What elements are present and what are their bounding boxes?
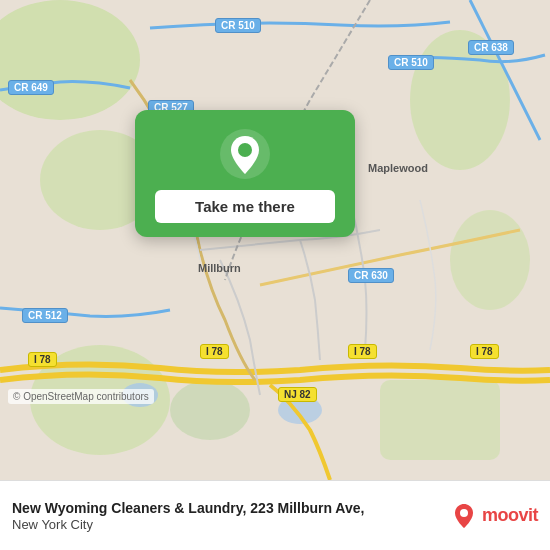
business-name: New Wyoming Cleaners & Laundry, 223 Mill…: [12, 499, 440, 517]
road-badge-cr649: CR 649: [8, 80, 54, 95]
road-badge-i78-3: I 78: [348, 344, 377, 359]
road-badge-cr510-top: CR 510: [215, 18, 261, 33]
business-info: New Wyoming Cleaners & Laundry, 223 Mill…: [12, 499, 440, 532]
svg-rect-5: [380, 380, 500, 460]
svg-point-7: [170, 380, 250, 440]
road-badge-i78-1: I 78: [28, 352, 57, 367]
road-badge-cr510-east: CR 510: [388, 55, 434, 70]
location-pin-icon: [219, 128, 271, 180]
location-card: Take me there: [135, 110, 355, 237]
moovit-text: moovit: [482, 505, 538, 526]
road-badge-cr630: CR 630: [348, 268, 394, 283]
road-badge-i78-2: I 78: [200, 344, 229, 359]
osm-credit: © OpenStreetMap contributors: [8, 389, 154, 404]
road-badge-cr512: CR 512: [22, 308, 68, 323]
road-badge-cr638: CR 638: [468, 40, 514, 55]
bottom-bar: New Wyoming Cleaners & Laundry, 223 Mill…: [0, 480, 550, 550]
map-container: CR 510 CR 510 CR 638 CR 649 CR 527 CR 63…: [0, 0, 550, 480]
svg-point-12: [460, 509, 468, 517]
road-badge-i78-4: I 78: [470, 344, 499, 359]
svg-point-11: [238, 143, 252, 157]
map-roads: [0, 0, 550, 480]
moovit-logo: moovit: [450, 502, 538, 530]
svg-point-4: [450, 210, 530, 310]
road-badge-nj82: NJ 82: [278, 387, 317, 402]
take-me-there-button[interactable]: Take me there: [155, 190, 335, 223]
business-city: New York City: [12, 517, 440, 532]
moovit-pin-icon: [450, 502, 478, 530]
